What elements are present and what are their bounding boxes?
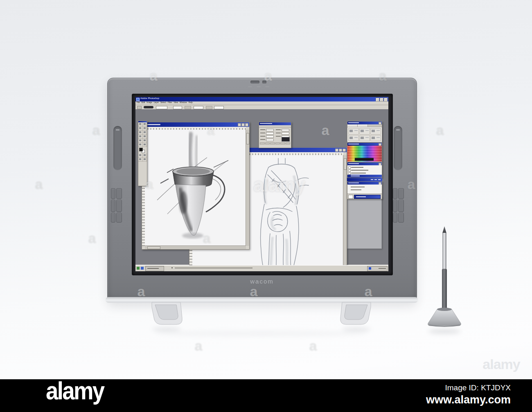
palette-swatches (347, 142, 382, 162)
palette-tabs (347, 124, 382, 127)
alamy-bar-right: Image ID: KTJDYX www.alamy.com (426, 383, 511, 406)
palette-titlebar (347, 182, 382, 185)
document-window-pitcher (142, 122, 250, 250)
watermark-a: a (88, 230, 96, 246)
bezel-label-mark (265, 86, 269, 87)
palette-titlebar (347, 143, 382, 146)
menu-help: Help (188, 101, 192, 104)
history-rows (347, 185, 382, 194)
watermark-a: a (195, 338, 203, 354)
task-button (145, 266, 164, 271)
expresskeys-right (393, 188, 405, 224)
palette-footer (347, 194, 382, 199)
watermark-a: a (138, 284, 145, 299)
reflection (152, 327, 181, 331)
watermark-alamy-corner: alamy (482, 356, 520, 372)
tool-icon (138, 139, 143, 143)
wacom-logo: wacom (229, 278, 295, 285)
watermark-a: a (250, 284, 258, 299)
scrollbar-thumb (246, 133, 249, 144)
tool-icon (143, 139, 147, 143)
options-label (206, 106, 212, 109)
tool-icon (138, 131, 143, 135)
maximize-icon (380, 98, 383, 101)
vertical-scrollbar (343, 155, 347, 265)
clock-smudge (379, 268, 386, 269)
brush-preview (144, 106, 153, 108)
watermark-a: a (408, 176, 415, 192)
palette-history (347, 181, 382, 199)
close-icon (384, 98, 388, 101)
start-icon (137, 267, 140, 270)
background-panel (347, 196, 382, 249)
menu-view: View (174, 101, 178, 104)
tool-icon (143, 122, 147, 126)
scrollbar-thumb (147, 246, 160, 249)
maximize-icon (241, 123, 245, 126)
touch-strip-right (394, 126, 402, 170)
foreground-color-swatch (139, 148, 143, 151)
tool-buttons (138, 122, 147, 147)
tool-icon (143, 153, 147, 158)
reflection (342, 327, 371, 331)
document-window-controls (238, 123, 248, 126)
tool-icon (138, 143, 143, 147)
color-swatch-control (138, 147, 147, 153)
dialog-dark-button (282, 137, 290, 142)
selected-layer-row (347, 175, 382, 178)
pen-tip (442, 226, 446, 233)
watermark-a: a (207, 122, 215, 138)
watermark-alamy: alamy (253, 174, 304, 196)
close-icon (245, 123, 248, 126)
palette-stack (347, 121, 382, 199)
menu-file: File (137, 101, 140, 104)
status-bullet (171, 267, 173, 268)
tool-icon (143, 143, 147, 147)
reflection (156, 331, 368, 336)
tool-buttons (138, 153, 147, 162)
menu-layer: Layer (154, 101, 159, 104)
canvas-pitcher (145, 130, 246, 246)
tool-icon (138, 135, 143, 139)
options-field (214, 106, 224, 109)
bezel-top-button-slot (250, 81, 259, 83)
bezel-label-mark (248, 86, 252, 87)
close-icon (343, 149, 346, 152)
photoshop-menubar: FileEditImageLayerSelectFilterViewWindow… (135, 101, 388, 105)
minimize-icon (335, 149, 338, 152)
tool-icon (138, 122, 143, 126)
watermark-a: a (379, 68, 387, 84)
options-field (173, 106, 182, 109)
pen-shaft (442, 233, 446, 270)
pitcher-sketch (145, 130, 246, 246)
maximize-icon (339, 149, 342, 152)
system-tray (367, 266, 388, 271)
dialog-titlebar (259, 122, 291, 125)
touch-strip-indicator (396, 129, 400, 131)
dialog-body (259, 128, 291, 145)
scrollbar-thumb (344, 158, 347, 170)
document-window-controls (335, 149, 346, 152)
menu-image: Image (147, 101, 152, 104)
touch-strip-left (113, 126, 122, 170)
document-titlebar (142, 122, 249, 127)
status-text-smudge (175, 268, 252, 268)
stand-foot-left (149, 302, 183, 327)
touch-strip-indicator (116, 129, 119, 131)
minimize-icon (238, 123, 241, 126)
layer-rows (347, 165, 382, 175)
quicklaunch-icon (141, 267, 144, 270)
taskbar (135, 265, 388, 271)
options-label (185, 106, 191, 109)
tool-preset-icon (137, 106, 142, 109)
pen-grip (442, 269, 447, 310)
watermark-a: a (203, 230, 211, 246)
photoshop-titlebar: Adobe Photoshop (135, 97, 388, 101)
menu-edit: Edit (142, 101, 145, 104)
tool-icon (138, 153, 143, 158)
highlighted-item (354, 195, 381, 199)
palette-titlebar (347, 162, 382, 165)
preset-grid (347, 127, 382, 142)
pen-stand (425, 307, 464, 328)
dialog-bottom-cells (260, 142, 290, 144)
